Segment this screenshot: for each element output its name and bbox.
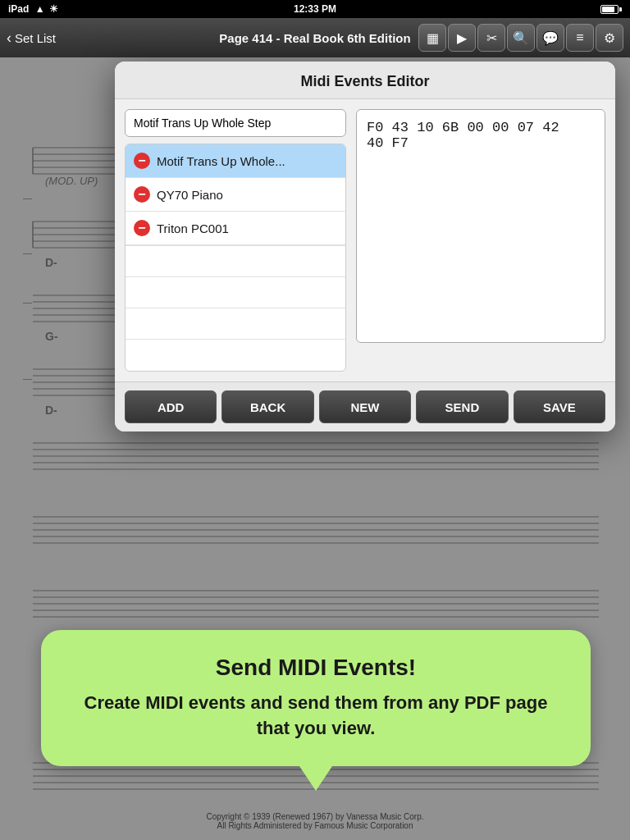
back-button-modal[interactable]: BACK (221, 390, 313, 423)
play-icon-button[interactable]: ▶ (448, 24, 476, 52)
empty-row-1 (126, 246, 345, 277)
toolbar-icons: ▦ ▶ ✂ 🔍 💬 ≡ ⚙ (418, 24, 623, 52)
back-label: Set List (15, 31, 56, 45)
list-icon: ≡ (576, 30, 583, 45)
modal-footer: ADD BACK NEW SEND SAVE (115, 381, 615, 431)
tooltip-bubble: Send MIDI Events! Create MIDI events and… (41, 630, 591, 766)
grid-icon: ▦ (427, 30, 439, 46)
hex-editor-panel (356, 109, 605, 372)
back-chevron-icon: ‹ (7, 30, 11, 47)
event-item-1[interactable]: Motif Trans Up Whole... (126, 144, 345, 178)
modal-title: Midi Events Editor (115, 62, 615, 99)
page-title: Page 414 - Real Book 6th Edition (219, 31, 410, 45)
search-icon-button[interactable]: 🔍 (507, 24, 535, 52)
wifi-icon: ▲ (35, 3, 45, 15)
chat-icon: 💬 (542, 30, 559, 46)
save-button[interactable]: SAVE (514, 390, 605, 423)
tooltip-title: Send MIDI Events! (74, 655, 558, 681)
battery-icon (600, 5, 622, 14)
remove-event-1-button[interactable] (134, 153, 150, 169)
tooltip-body: Create MIDI events and send them from an… (74, 691, 558, 742)
event-list-panel: Motif Trans Up Whole... QY70 Piano Trito… (125, 109, 346, 372)
send-button[interactable]: SEND (416, 390, 508, 423)
remove-event-3-button[interactable] (134, 220, 150, 236)
settings-icon-button[interactable]: ⚙ (596, 24, 623, 52)
search-icon: 🔍 (513, 30, 529, 46)
settings-icon: ⚙ (604, 30, 615, 46)
grid-icon-button[interactable]: ▦ (418, 24, 446, 52)
new-button[interactable]: NEW (319, 390, 411, 423)
event-item-2-label: QY70 Piano (157, 188, 223, 202)
event-list: Motif Trans Up Whole... QY70 Piano Trito… (125, 144, 346, 372)
back-button[interactable]: ‹ Set List (7, 30, 56, 47)
add-button[interactable]: ADD (125, 390, 217, 423)
event-item-1-label: Motif Trans Up Whole... (157, 154, 285, 168)
empty-row-4 (126, 340, 345, 371)
event-name-input[interactable] (125, 109, 346, 137)
status-right (600, 5, 622, 14)
scissors-icon: ✂ (486, 30, 497, 46)
chat-icon-button[interactable]: 💬 (536, 24, 564, 52)
event-item-2[interactable]: QY70 Piano (126, 178, 345, 212)
list-icon-button[interactable]: ≡ (566, 24, 594, 52)
event-item-3-label: Triton PC001 (157, 221, 229, 235)
midi-events-modal: Midi Events Editor Motif Trans Up Whole.… (115, 62, 615, 431)
remove-event-2-button[interactable] (134, 186, 150, 203)
empty-row-2 (126, 277, 345, 308)
play-icon: ▶ (457, 30, 467, 46)
signal-icon: ☀ (49, 3, 58, 15)
carrier-info: iPad ▲ ☀ (8, 3, 58, 15)
carrier-label: iPad (8, 3, 29, 15)
status-bar: iPad ▲ ☀ 12:33 PM (0, 0, 630, 18)
scissors-icon-button[interactable]: ✂ (477, 24, 505, 52)
nav-bar: ‹ Set List Page 414 - Real Book 6th Edit… (0, 18, 630, 57)
event-item-3[interactable]: Triton PC001 (126, 212, 345, 245)
empty-row-3 (126, 308, 345, 340)
empty-rows (126, 245, 345, 371)
hex-editor-textarea[interactable] (356, 109, 605, 343)
status-time: 12:33 PM (294, 3, 336, 15)
modal-body: Motif Trans Up Whole... QY70 Piano Trito… (115, 99, 615, 381)
